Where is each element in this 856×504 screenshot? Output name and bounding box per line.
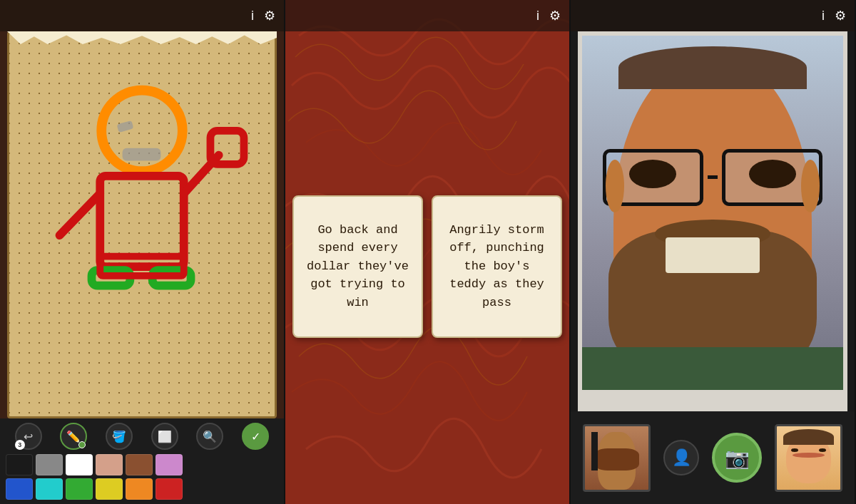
color-skin[interactable] [96, 454, 123, 475]
card-right-text: Angrily storm off, punching the boy's te… [443, 221, 551, 312]
color-blue[interactable] [6, 478, 33, 500]
color-white[interactable] [66, 454, 93, 475]
photo-top-bar: i ⚙ [571, 0, 855, 31]
ghost-icon: 👤 [672, 448, 691, 467]
fill-button[interactable]: 🪣 [106, 423, 133, 450]
thumb-beard [594, 448, 638, 470]
color-palette [6, 454, 278, 500]
eye-left [629, 160, 676, 188]
card-right[interactable]: Angrily storm off, punching the boy's te… [432, 195, 562, 338]
eye-right [749, 160, 796, 188]
svg-rect-1 [123, 148, 161, 161]
color-yellow[interactable] [96, 478, 123, 500]
photo-info-button[interactable]: i [822, 9, 825, 22]
card-left-text: Go back and spend every dollar they've g… [304, 221, 412, 312]
card-left[interactable]: Go back and spend every dollar they've g… [292, 195, 423, 338]
drawing-canvas[interactable] [9, 34, 275, 416]
photo-settings-button[interactable]: ⚙ [835, 9, 846, 22]
drawing-panel: i ⚙ ↩ [0, 0, 285, 504]
kid-mouth [793, 453, 825, 458]
photo-panel: i ⚙ [571, 0, 856, 504]
draw-top-bar: i ⚙ [0, 0, 284, 31]
pegboard [7, 31, 277, 418]
thumbnail-kid[interactable] [775, 424, 842, 492]
color-black[interactable] [6, 454, 33, 475]
color-purple-light[interactable] [156, 454, 183, 475]
svg-line-4 [59, 193, 100, 235]
cards-area: Go back and spend every dollar they've g… [292, 43, 562, 490]
thumb-face-bearded [585, 426, 648, 490]
photo-background [582, 36, 843, 390]
color-cyan[interactable] [36, 478, 63, 500]
pen-button[interactable]: ✏️ [60, 423, 87, 450]
confirm-button[interactable]: ✓ [242, 423, 269, 450]
camera-button[interactable]: 📷 [712, 433, 762, 483]
teeth [666, 237, 760, 273]
ear-left [606, 160, 624, 213]
cards-settings-button[interactable]: ⚙ [549, 9, 561, 22]
kid-eye-l [791, 448, 799, 452]
svg-rect-2 [117, 120, 134, 133]
thumbnail-man[interactable] [583, 424, 651, 492]
cards-top-bar: i ⚙ [285, 0, 569, 31]
ear-right [801, 160, 820, 213]
color-orange[interactable] [126, 478, 153, 500]
draw-info-button[interactable]: i [251, 9, 254, 22]
color-gray[interactable] [36, 454, 63, 475]
thumb-face-kid [777, 426, 840, 490]
color-green[interactable] [66, 478, 93, 500]
zoom-button[interactable]: 🔍 [196, 423, 223, 450]
undo-button[interactable]: ↩ 3 [15, 423, 42, 450]
color-red[interactable] [156, 478, 183, 500]
shirt [582, 347, 843, 390]
thumb-glasses-side [591, 432, 598, 470]
polaroid-frame [578, 31, 847, 411]
pen-active-indicator [78, 441, 86, 448]
color-row-1 [6, 454, 278, 475]
photo-main-area [578, 31, 847, 411]
ghost-avatar-button[interactable]: 👤 [663, 440, 699, 475]
eraser-button[interactable]: ⬜ [151, 423, 178, 450]
color-row-2 [6, 478, 278, 500]
draw-settings-button[interactable]: ⚙ [264, 9, 275, 22]
draw-toolbar: ↩ 3 ✏️ 🪣 ⬜ 🔍 ✓ [0, 418, 284, 504]
camera-icon: 📷 [725, 446, 750, 470]
tools-row: ↩ 3 ✏️ 🪣 ⬜ 🔍 ✓ [6, 423, 278, 450]
undo-count: 3 [15, 440, 25, 450]
color-brown[interactable] [126, 454, 153, 475]
photo-toolbar: 👤 📷 [571, 411, 855, 504]
hair [618, 46, 807, 89]
cards-info-button[interactable]: i [536, 9, 539, 22]
cards-panel: i ⚙ Go back and spend every dollar they'… [285, 0, 571, 504]
kid-hair [783, 429, 834, 445]
glass-bridge [708, 175, 718, 179]
